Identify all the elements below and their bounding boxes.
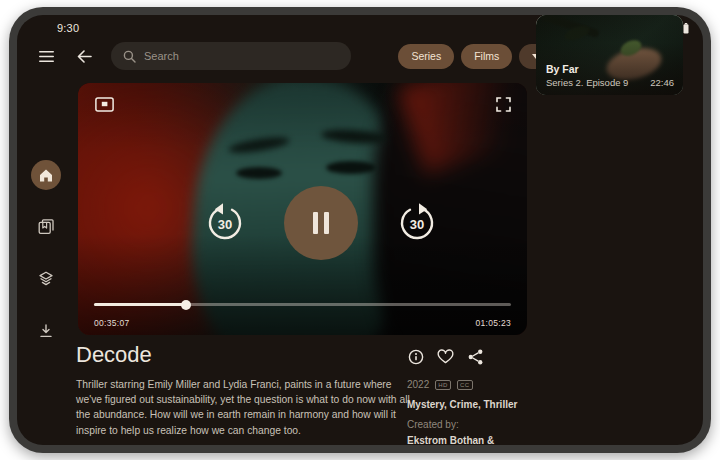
forward-30-button[interactable]: 30 [395, 201, 439, 245]
navigation-rail [17, 160, 75, 346]
description: Thriller starring Emily Miller and Lydia… [76, 377, 414, 438]
layers-icon [38, 271, 54, 287]
rail-item-home[interactable] [31, 160, 61, 190]
search-bar[interactable] [111, 42, 351, 70]
picture-in-picture-button[interactable] [94, 96, 114, 112]
svg-text:30: 30 [409, 217, 423, 232]
info-button[interactable] [407, 348, 424, 365]
share-button[interactable] [467, 348, 484, 365]
downloads-icon [39, 324, 53, 338]
clock: 9:30 [57, 22, 79, 34]
created-by-label: Created by: [407, 419, 532, 430]
rail-item-layers[interactable] [31, 264, 61, 294]
tablet-device-frame: 9:30 Series Films Cat [9, 7, 711, 453]
detail-actions [407, 348, 484, 365]
share-icon [468, 349, 483, 365]
release-year: 2022 [407, 379, 429, 390]
info-icon [408, 349, 424, 365]
video-player[interactable]: 30 30 00:35:07 01:05:23 [78, 83, 527, 335]
menu-button[interactable] [37, 47, 55, 65]
metadata: 2022 HD CC Mystery, Crime, Thriller Crea… [407, 379, 532, 445]
search-icon [123, 50, 136, 63]
picture-in-picture-icon [95, 97, 114, 112]
menu-icon [39, 51, 54, 62]
filter-films-label: Films [474, 50, 499, 62]
episode-duration: 22:46 [650, 77, 674, 88]
back-button[interactable] [75, 47, 93, 65]
back-arrow-icon [77, 50, 92, 63]
app-screen: 9:30 Series Films Cat [17, 15, 703, 445]
fullscreen-button[interactable] [495, 96, 512, 113]
pause-icon [313, 212, 318, 234]
replay-30-icon: 30 [203, 201, 247, 245]
episode-title: By Far [546, 63, 579, 75]
battery-icon [683, 23, 689, 34]
genres: Mystery, Crime, Thriller [407, 399, 532, 410]
library-bookmark-icon [38, 219, 54, 235]
page-title: Decode [76, 342, 152, 368]
episode-card-by-far[interactable]: By Far Series 2. Episode 9 22:46 [536, 15, 683, 95]
filter-series-button[interactable]: Series [398, 44, 454, 69]
svg-text:30: 30 [217, 217, 231, 232]
rail-item-library[interactable] [31, 212, 61, 242]
forward-30-icon: 30 [395, 201, 439, 245]
fullscreen-icon [496, 97, 511, 112]
seek-thumb[interactable] [181, 300, 191, 310]
pause-button[interactable] [284, 186, 358, 260]
replay-30-button[interactable]: 30 [203, 201, 247, 245]
episode-subtitle: Series 2. Episode 9 [546, 77, 628, 88]
filter-films-button[interactable]: Films [461, 44, 512, 69]
quality-badge-hd: HD [435, 380, 451, 390]
total-time: 01:05:23 [476, 318, 512, 328]
quality-badge-cc: CC [457, 380, 473, 390]
seek-bar[interactable] [94, 299, 511, 309]
favorite-button[interactable] [437, 348, 454, 365]
heart-icon [437, 349, 454, 364]
progress-fill [94, 303, 186, 306]
creators: Ekstrom Bothan & Gabriela Suárez [407, 434, 532, 445]
home-icon [39, 169, 53, 182]
search-input[interactable] [144, 50, 339, 62]
rail-item-downloads[interactable] [31, 316, 61, 346]
current-time: 00:35:07 [94, 318, 130, 328]
playback-controls: 30 30 [96, 186, 527, 260]
filter-series-label: Series [411, 50, 441, 62]
time-labels: 00:35:07 01:05:23 [94, 318, 511, 328]
